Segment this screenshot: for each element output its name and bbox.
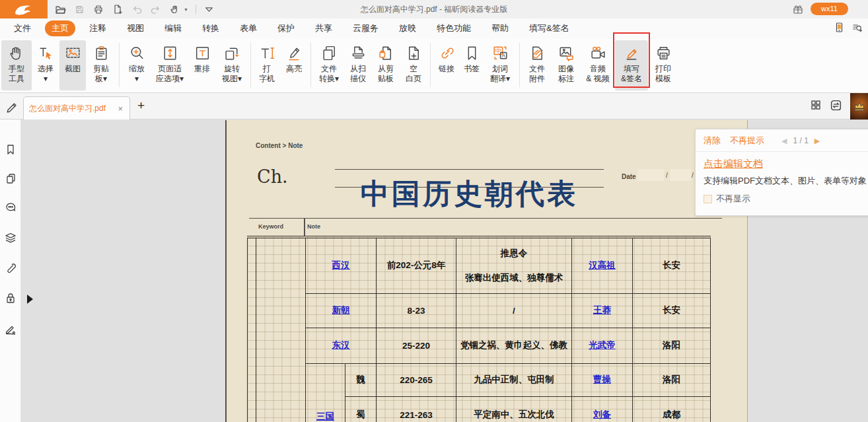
vip-crown-banner[interactable] — [850, 93, 868, 120]
ribbon-button-fill-sign[interactable]: 填写 &签名 — [615, 40, 648, 90]
advanced-search-icon[interactable]: ▼ — [851, 22, 863, 35]
document-tab[interactable]: 怎么面对高中学习.pdf × — [23, 96, 130, 120]
dynasty-link[interactable]: 新朝 — [332, 305, 350, 315]
menu-tab-edit[interactable]: 编辑 — [158, 20, 188, 36]
ribbon-button-zoom[interactable]: 缩放 ▾ — [122, 40, 151, 90]
ribbon-separator — [250, 43, 251, 87]
document-heading: 中国历史朝代表 — [335, 175, 604, 213]
period-cell: 221-263 — [377, 396, 456, 422]
close-tab-icon[interactable]: × — [116, 104, 124, 114]
dont-show-checkbox[interactable] — [704, 195, 712, 203]
customize-toolbar-icon[interactable] — [203, 3, 215, 15]
menu-tab-present[interactable]: 放映 — [392, 20, 423, 36]
print-icon[interactable] — [92, 3, 104, 15]
attachment-icon — [528, 43, 546, 63]
new-page-icon[interactable] — [112, 3, 124, 15]
ribbon-button-file-attachment[interactable]: 文件 附件 — [523, 40, 552, 90]
foxit-logo[interactable] — [0, 0, 48, 18]
ribbon-button-print-template[interactable]: 打印 模板 — [648, 40, 678, 90]
ribbon-button-audio-video[interactable]: 音频 & 视频 — [581, 40, 615, 90]
edit-document-link[interactable]: 点击编辑文档 — [704, 158, 763, 169]
ribbon-button-rotate-view[interactable]: 旋转 视图▾ — [216, 40, 248, 90]
dont-show-label: 不再显示 — [716, 193, 750, 205]
ribbon-button-blank-page[interactable]: 空 白页 — [400, 40, 427, 90]
snapshot-icon — [64, 43, 82, 63]
layers-panel-icon[interactable] — [5, 232, 17, 244]
menu-tab-comment[interactable]: 注释 — [83, 20, 113, 36]
ribbon-button-translate[interactable]: 中A 划词 翻译▾ — [484, 40, 517, 90]
save-icon[interactable] — [73, 3, 85, 15]
search-dropdown-icon[interactable]: ▼ — [858, 28, 863, 33]
account-button[interactable]: wx11 — [811, 3, 848, 15]
clear-button[interactable]: 清除 — [704, 135, 721, 147]
menu-tab-features[interactable]: 特色功能 — [430, 20, 478, 36]
ribbon-button-reflow[interactable]: 重排 — [188, 40, 216, 90]
dynasty-link[interactable]: 三国 — [316, 411, 334, 421]
switch-view-icon[interactable] — [830, 99, 842, 114]
undo-icon[interactable] — [131, 3, 143, 15]
foxit-reader-window: 怎么面对高中学习.pdf - 福昕阅读器专业版 ▼ wx11 文件 主页 注释 … — [0, 0, 868, 422]
convert-files-icon — [320, 43, 338, 63]
dynasty-link[interactable]: 东汉 — [332, 340, 350, 350]
pages-panel-icon[interactable] — [5, 172, 17, 184]
menu-tab-home[interactable]: 主页 — [45, 20, 75, 36]
mobile-icon[interactable] — [834, 22, 844, 36]
ribbon-button-from-scanner[interactable]: 从扫 描仪 — [344, 40, 372, 90]
fit-page-icon — [161, 43, 179, 63]
hand-mode-icon[interactable] — [169, 3, 181, 15]
bookmarks-panel-icon[interactable] — [5, 143, 17, 155]
period-cell: 前202-公元8年 — [377, 237, 456, 293]
menu-tab-help[interactable]: 帮助 — [485, 20, 515, 36]
menu-tab-fill-sign[interactable]: 填写&签名 — [523, 20, 576, 36]
pencil-tool-icon[interactable] — [5, 100, 18, 113]
menu-tab-share[interactable]: 共享 — [308, 20, 339, 36]
ribbon-button-select[interactable]: 选择 ▾ — [32, 40, 59, 90]
panel-expand-handle[interactable] — [27, 295, 33, 304]
ribbon-button-convert-files[interactable]: 文件 转换▾ — [314, 40, 344, 90]
ribbon-button-from-clipboard[interactable]: 从剪 贴板 — [372, 40, 400, 90]
emperor-link[interactable]: 曹操 — [593, 374, 611, 384]
grid-view-icon[interactable] — [810, 99, 822, 114]
ribbon-button-fit-page[interactable]: 页面适 应选项▾ — [151, 40, 188, 90]
security-panel-icon[interactable] — [5, 292, 17, 304]
menu-tab-file[interactable]: 文件 — [7, 20, 38, 36]
dont-remind-button[interactable]: 不再提示 — [730, 135, 764, 147]
comments-panel-icon[interactable] — [5, 201, 17, 213]
hand-mode-dropdown-icon[interactable]: ▼ — [184, 7, 188, 12]
events-cell: 平定南中、五次北伐 — [456, 396, 572, 422]
audio-video-icon — [589, 43, 607, 63]
date-slash: / — [692, 172, 694, 179]
ribbon-button-highlight[interactable]: 高亮 — [280, 40, 308, 90]
menu-tab-form[interactable]: 表单 — [233, 20, 264, 36]
dynasty-group-cell: 三国 — [306, 363, 345, 422]
date-label: Date — [622, 173, 636, 180]
print-template-icon — [655, 43, 672, 63]
dynasty-link[interactable]: 西汉 — [332, 260, 350, 270]
menu-tab-protect[interactable]: 保护 — [271, 20, 301, 36]
emperor-link[interactable]: 光武帝 — [589, 340, 616, 350]
popup-pager: ◀ 1 / 1 ▶ — [781, 129, 820, 152]
menu-tab-cloud[interactable]: 云服务 — [346, 20, 385, 36]
ribbon-button-typewriter[interactable]: 打 字机 — [254, 40, 280, 90]
emperor-link[interactable]: 汉高祖 — [589, 260, 616, 270]
next-page-icon[interactable]: ▶ — [814, 137, 820, 145]
redo-icon[interactable] — [150, 3, 162, 15]
ribbon-button-link[interactable]: 链接 — [433, 40, 460, 90]
attachments-panel-icon[interactable] — [5, 262, 17, 274]
ribbon-button-image-annotation[interactable]: 图像 标注 — [552, 40, 581, 90]
ribbon-button-bookmark[interactable]: 书签 — [460, 40, 484, 90]
new-tab-button[interactable]: + — [137, 98, 145, 113]
menu-tab-view[interactable]: 视图 — [120, 20, 151, 36]
emperor-cell: 汉高祖 — [572, 237, 633, 293]
open-file-icon[interactable] — [54, 3, 66, 15]
signature-panel-icon[interactable] — [5, 323, 17, 335]
ribbon-button-hand-tool[interactable]: 手型 工具 — [1, 40, 32, 90]
gift-icon[interactable] — [792, 3, 804, 15]
ribbon-button-snapshot[interactable]: 截图 — [59, 40, 86, 90]
emperor-link[interactable]: 王莽 — [593, 305, 611, 315]
prev-page-icon[interactable]: ◀ — [781, 137, 787, 145]
ribbon-button-clipboard[interactable]: 剪贴 板▾ — [86, 40, 116, 90]
dynasty-table: 西汉 前202-公元8年 推恩令张骞出使西域、独尊儒术 汉高祖 长安 新朝 8-… — [247, 236, 711, 422]
menu-tab-convert[interactable]: 转换 — [196, 20, 226, 36]
emperor-link[interactable]: 刘备 — [593, 409, 611, 419]
